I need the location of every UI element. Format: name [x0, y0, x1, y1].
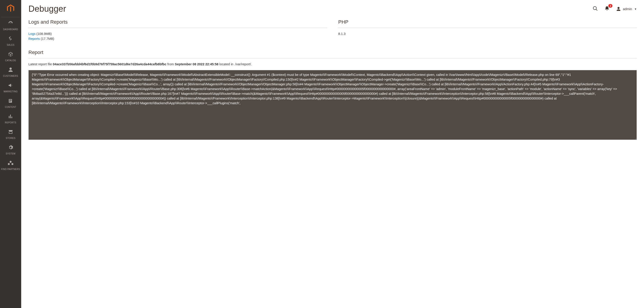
sidebar-item-label: DASHBOARD — [3, 28, 18, 31]
sidebar-item-sales[interactable]: SALES — [0, 33, 21, 48]
sidebar-item-catalog[interactable]: CATALOG — [0, 48, 21, 64]
sidebar-item-content[interactable]: CONTENT — [0, 95, 21, 111]
magento-logo[interactable] — [6, 0, 15, 17]
user-icon — [616, 6, 621, 11]
reports-link-row: Reports (17.7MB) — [28, 37, 327, 40]
username-label: admin — [623, 7, 632, 11]
report-from: from — [166, 62, 175, 66]
sidebar-item-label: REPORTS — [5, 121, 16, 124]
sidebar-item-reports[interactable]: REPORTS — [0, 111, 21, 126]
svg-line-1 — [596, 9, 597, 10]
sidebar-item-system[interactable]: SYSTEM — [0, 142, 21, 148]
report-section-title: Report — [28, 49, 637, 58]
box-icon — [8, 52, 13, 58]
svg-point-0 — [593, 6, 596, 10]
notification-badge: 2 — [608, 4, 612, 8]
admin-sidebar: DASHBOARDSALESCATALOGCUSTOMERSMARKETINGC… — [0, 0, 21, 148]
dollar-icon — [8, 36, 13, 43]
page-title: Debugger — [28, 4, 66, 14]
search-icon — [592, 6, 598, 11]
report-meta: Latest report file 04ace337b56afdd4bf6d1… — [28, 62, 637, 66]
logs-link-row: Logs (108.9MB) — [28, 32, 327, 36]
gear-icon — [8, 145, 13, 148]
sidebar-item-label: CATALOG — [5, 59, 16, 62]
header-actions: 2 admin ▼ — [592, 6, 637, 12]
sidebar-item-label: MARKETING — [4, 90, 18, 93]
store-icon — [8, 129, 13, 136]
bullhorn-icon — [8, 83, 13, 89]
sidebar-item-stores[interactable]: STORES — [0, 126, 21, 142]
reports-link[interactable]: Reports — [28, 37, 40, 40]
reports-size: (17.7MB) — [40, 37, 54, 40]
search-button[interactable] — [592, 6, 598, 12]
logs-size: (108.9MB) — [36, 32, 52, 36]
logs-link[interactable]: Logs — [28, 32, 36, 36]
report-suffix: located in ./var/report/. — [218, 62, 252, 66]
sidebar-item-label: CUSTOMERS — [3, 75, 18, 77]
magento-logo-icon — [6, 4, 15, 13]
info-columns: Logs and Reports Logs (108.9MB) Reports … — [28, 19, 637, 42]
caret-down-icon: ▼ — [634, 8, 637, 10]
sidebar-item-dashboard[interactable]: DASHBOARD — [0, 17, 21, 33]
report-timestamp: September 08 2022 22:45:58 — [175, 62, 218, 66]
chart-icon — [8, 114, 13, 121]
php-version: 8.1.3 — [338, 32, 637, 36]
sidebar-item-label: CONTENT — [5, 106, 16, 108]
main-content: Debugger 2 admin ▼ Logs and Reports Logs… — [21, 0, 644, 148]
user-menu[interactable]: admin ▼ — [616, 6, 637, 11]
person-icon — [8, 67, 13, 74]
report-content-textarea[interactable] — [28, 70, 637, 140]
logs-section: Logs and Reports Logs (108.9MB) Reports … — [28, 19, 327, 42]
report-meta-prefix: Latest report file — [28, 62, 53, 66]
logs-section-title: Logs and Reports — [28, 19, 327, 28]
page-header: Debugger 2 admin ▼ — [28, 4, 637, 14]
dashboard-icon — [8, 20, 13, 27]
sidebar-item-label: STORES — [6, 137, 16, 139]
report-filename: 04ace337b56afdd4bf6d1f0b9d76f75f759ac560… — [53, 62, 166, 66]
report-section: Report Latest report file 04ace337b56afd… — [28, 49, 637, 141]
php-section: PHP 8.1.3 — [338, 19, 637, 42]
php-section-title: PHP — [338, 19, 637, 28]
newspaper-icon — [8, 98, 13, 105]
sidebar-item-marketing[interactable]: MARKETING — [0, 79, 21, 95]
sidebar-item-customers[interactable]: CUSTOMERS — [0, 64, 21, 79]
sidebar-item-label: SALES — [7, 44, 14, 46]
notifications-button[interactable]: 2 — [604, 6, 610, 12]
